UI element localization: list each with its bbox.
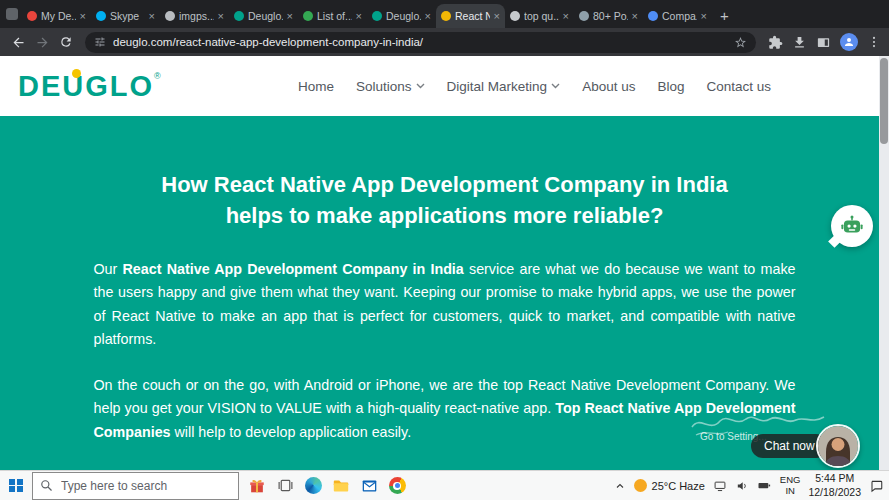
deuglo-logo[interactable]: DEUGLO® <box>18 72 163 101</box>
tab-top-qu[interactable]: top qu... × <box>505 4 574 28</box>
menu-kebab-icon[interactable] <box>867 35 881 49</box>
page-scrollbar[interactable] <box>879 56 889 470</box>
taskbar-search[interactable] <box>32 472 239 500</box>
screen: My De... × Skype × imgps... × Deuglo... … <box>0 0 889 500</box>
forward-icon[interactable] <box>32 32 52 52</box>
refresh-icon[interactable] <box>56 32 76 52</box>
tab-label: Deuglo... <box>248 10 283 22</box>
close-icon[interactable]: × <box>425 11 431 22</box>
page-title-line2: helps to make applications more reliable… <box>85 200 805 231</box>
nav-item-digital-marketing[interactable]: Digital Marketing <box>447 79 561 94</box>
volume-icon[interactable] <box>735 479 749 493</box>
scrollbar-thumb[interactable] <box>880 58 888 144</box>
paragraph-bold-text: React Native App Development Company in … <box>123 261 464 277</box>
system-tray: 25°C Haze ENG IN 5:44 PM 12/18/2023 <box>614 472 889 498</box>
nav-label: Home <box>298 79 334 94</box>
paragraph-1: Our React Native App Development Company… <box>94 258 796 351</box>
display-icon[interactable] <box>713 479 727 493</box>
robot-icon <box>839 213 865 239</box>
weather-text: 25°C Haze <box>652 480 705 492</box>
tab-label: List of... <box>317 10 352 22</box>
windows-logo-icon <box>9 479 23 493</box>
close-icon[interactable]: × <box>563 11 569 22</box>
close-icon[interactable]: × <box>494 11 500 22</box>
chat-agent-avatar[interactable] <box>816 424 860 468</box>
mail-app-icon[interactable] <box>358 475 380 497</box>
task-view-icon[interactable] <box>274 475 296 497</box>
chatbot-launcher-button[interactable] <box>831 205 873 247</box>
nav-item-home[interactable]: Home <box>298 79 334 94</box>
time-text: 5:44 PM <box>808 472 861 485</box>
toolbar-actions <box>765 33 881 51</box>
tab-label: Compa... <box>662 10 697 22</box>
profile-avatar[interactable] <box>840 33 858 51</box>
tab-favicon <box>441 11 451 21</box>
close-icon[interactable]: × <box>149 11 155 22</box>
paragraph-text: Our <box>94 261 123 277</box>
language-line1: ENG <box>780 475 801 486</box>
tab-80-po[interactable]: 80+ Po... × <box>574 4 643 28</box>
tab-react-native-active[interactable]: React N... × <box>436 4 505 28</box>
nav-item-solutions[interactable]: Solutions <box>356 79 425 94</box>
tab-my-de[interactable]: My De... × <box>22 4 91 28</box>
tab-favicon <box>372 11 382 21</box>
page-title: How React Native App Development Company… <box>85 169 805 231</box>
url-text[interactable]: deuglo.com/react-native-app-development-… <box>113 36 727 48</box>
tab-compa[interactable]: Compa... × <box>643 4 712 28</box>
close-icon[interactable]: × <box>287 11 293 22</box>
chrome-browser-icon[interactable] <box>386 475 408 497</box>
battery-icon[interactable] <box>757 478 772 493</box>
person-photo-icon <box>818 426 858 466</box>
action-center-icon[interactable] <box>869 478 884 493</box>
chevron-up-icon[interactable] <box>614 480 626 492</box>
tab-label: Skype <box>110 10 145 22</box>
tab-favicon <box>165 11 175 21</box>
tab-label: top qu... <box>524 10 559 22</box>
gift-app-icon[interactable] <box>246 475 268 497</box>
tab-label: Deuglo... <box>386 10 421 22</box>
window-icon <box>6 8 18 20</box>
close-icon[interactable]: × <box>356 11 362 22</box>
back-icon[interactable] <box>8 32 28 52</box>
nav-item-contact-us[interactable]: Contact us <box>706 79 771 94</box>
chevron-down-icon <box>551 83 560 89</box>
side-panel-icon[interactable] <box>816 35 831 50</box>
tab-favicon <box>27 11 37 21</box>
tab-favicon <box>234 11 244 21</box>
site-controls-icon[interactable] <box>94 36 106 48</box>
bookmark-star-icon[interactable] <box>734 36 747 49</box>
edge-browser-icon[interactable] <box>302 475 324 497</box>
tab-label: My De... <box>41 10 76 22</box>
tab-deuglo-1[interactable]: Deuglo... × <box>229 4 298 28</box>
tab-deuglo-2[interactable]: Deuglo... × <box>367 4 436 28</box>
download-icon[interactable] <box>792 35 807 50</box>
tab-favicon <box>96 11 106 21</box>
logo-text: DEUGLO <box>18 70 154 102</box>
language-indicator[interactable]: ENG IN <box>780 475 801 497</box>
weather-widget[interactable]: 25°C Haze <box>634 479 705 492</box>
nav-item-blog[interactable]: Blog <box>657 79 684 94</box>
tab-list-of[interactable]: List of... × <box>298 4 367 28</box>
taskbar-clock[interactable]: 5:44 PM 12/18/2023 <box>808 472 861 498</box>
tab-skype[interactable]: Skype × <box>91 4 160 28</box>
close-icon[interactable]: × <box>80 11 86 22</box>
close-icon[interactable]: × <box>218 11 224 22</box>
nav-item-about-us[interactable]: About us <box>582 79 635 94</box>
tab-imgps[interactable]: imgps... × <box>160 4 229 28</box>
browser-tab-strip: My De... × Skype × imgps... × Deuglo... … <box>0 0 889 28</box>
tab-favicon <box>303 11 313 21</box>
new-tab-button[interactable]: + <box>720 8 729 23</box>
registered-mark: ® <box>154 71 163 81</box>
close-icon[interactable]: × <box>632 11 638 22</box>
close-icon[interactable]: × <box>701 11 707 22</box>
main-navigation: Home Solutions Digital Marketing About u… <box>298 79 771 94</box>
extensions-puzzle-icon[interactable] <box>768 35 783 50</box>
file-explorer-icon[interactable] <box>330 475 352 497</box>
browser-toolbar: deuglo.com/react-native-app-development-… <box>0 28 889 56</box>
nav-label: Blog <box>657 79 684 94</box>
taskbar-pinned-apps <box>246 475 408 497</box>
search-input[interactable] <box>59 478 231 494</box>
start-button[interactable] <box>0 471 32 500</box>
page-title-line1: How React Native App Development Company… <box>85 169 805 200</box>
address-bar[interactable]: deuglo.com/react-native-app-development-… <box>85 32 756 53</box>
